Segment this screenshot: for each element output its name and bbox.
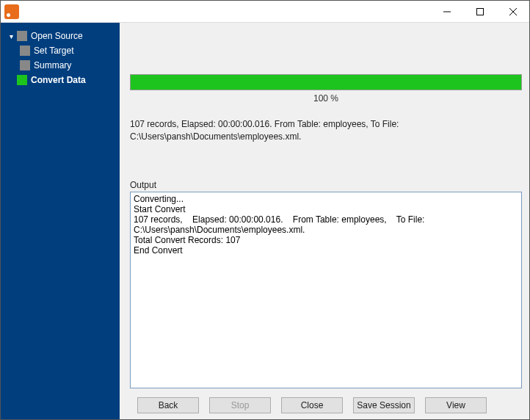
sidebar-item-set-target[interactable]: Set Target [20,43,120,58]
sidebar-item-label: Summary [34,60,71,70]
minimize-button[interactable] [430,1,463,23]
svg-rect-1 [476,8,483,15]
sidebar-item-label: Set Target [34,46,73,56]
save-session-button[interactable]: Save Session [353,397,415,413]
sidebar-item-label: Open Source [31,31,83,41]
step-marker-icon [17,31,27,41]
close-window-button[interactable] [496,1,529,23]
app-icon [4,4,19,19]
step-marker-icon [17,75,27,85]
titlebar [1,1,529,23]
close-button[interactable]: Close [281,397,343,413]
step-marker-icon [20,60,30,70]
back-button[interactable]: Back [137,397,199,413]
stop-button: Stop [209,397,271,413]
chevron-down-icon: ▾ [7,32,15,40]
content-pane: 100 % 107 records, Elapsed: 00:00:00.016… [123,23,529,419]
view-button[interactable]: View [425,397,487,413]
progress-bar [130,74,522,90]
maximize-button[interactable] [463,1,496,23]
sidebar-item-convert-data[interactable]: Convert Data [7,73,120,87]
output-textarea[interactable] [130,192,522,388]
sidebar-item-summary[interactable]: Summary [20,58,120,73]
progress-percent: 100 % [130,93,522,104]
status-text: 107 records, Elapsed: 00:00:00.016. From… [130,118,522,143]
sidebar-item-label: Convert Data [31,75,86,85]
wizard-sidebar: ▾ Open Source Set Target Summary Convert… [1,23,120,419]
step-marker-icon [20,46,30,56]
output-label: Output [130,180,522,190]
sidebar-item-open-source[interactable]: ▾ Open Source [7,29,120,43]
